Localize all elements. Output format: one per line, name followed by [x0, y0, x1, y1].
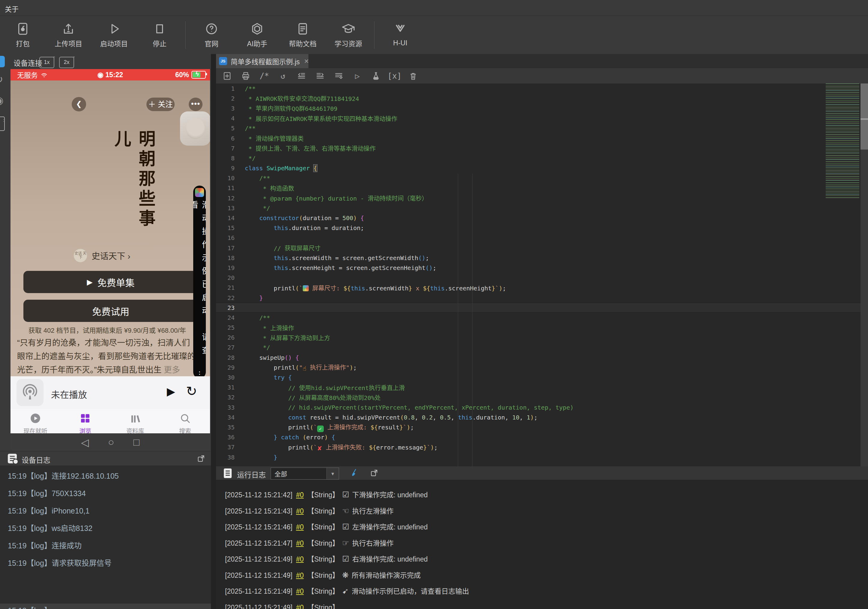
- toolbar-button-help-circle[interactable]: 官网: [189, 22, 234, 48]
- log-thread-index[interactable]: #0: [296, 523, 304, 531]
- editor-tool-test-flask-icon[interactable]: [369, 70, 383, 82]
- popout-icon[interactable]: [370, 468, 379, 477]
- log-thread-index[interactable]: #0: [296, 491, 304, 499]
- code-line[interactable]: 19 this.screenHeight = screen.getScreenH…: [216, 263, 868, 273]
- more-link[interactable]: 更多: [164, 365, 180, 374]
- record-icon[interactable]: ◉: [0, 94, 4, 106]
- code-line[interactable]: 33 // hid.swipVPercent(startYPercent, en…: [216, 402, 868, 412]
- editor-tab-active[interactable]: JS 简单多线程截图示例.js ✕: [216, 54, 308, 68]
- code-line[interactable]: 1/**: [216, 84, 868, 93]
- code-line[interactable]: 4 * 展示如何在AIWROK苹果系统中实现四种基本滑动操作: [216, 113, 868, 123]
- code-line[interactable]: 7 * 提供上滑、下滑、左滑、右滑等基本滑动操作: [216, 143, 868, 153]
- code-line[interactable]: 31 // 使用hid.swipVPercent执行垂直上滑: [216, 382, 868, 393]
- toolbar-button-document[interactable]: 帮助文档: [280, 22, 326, 48]
- nav-recents-icon[interactable]: □: [133, 437, 140, 448]
- tab-close-icon[interactable]: ✕: [304, 57, 309, 65]
- run-log-list[interactable]: [2025-11-12 15:21:42]#0【String】☑下滑操作完成: …: [216, 480, 868, 609]
- menu-item-about[interactable]: 关于: [5, 4, 19, 14]
- code-area[interactable]: 1/**2 * AIWROK软件安卓交流QQ群7118419243 * 苹果内测…: [216, 84, 868, 466]
- phone-mirror[interactable]: 无服务 ◉ 15:22 60% ϟ ❮ ＋ 关注 ••• 明朝那些事儿 史话 天…: [11, 69, 210, 451]
- phone-tab-grid[interactable]: 浏览: [60, 409, 110, 433]
- code-line[interactable]: 29 printl("☝ 执行上滑操作");: [216, 362, 868, 372]
- code-line[interactable]: 9class SwipeManager {: [216, 163, 868, 173]
- free-trial-button[interactable]: 免费试用: [23, 300, 198, 322]
- nav-home-icon[interactable]: ○: [108, 437, 114, 448]
- device-log-list[interactable]: 15:19【log】连接192.168.10.10515:19【log】750X…: [0, 466, 211, 604]
- code-line[interactable]: 22 }: [216, 293, 868, 303]
- scrollbar-thumb[interactable]: [860, 84, 868, 149]
- code-line[interactable]: 20: [216, 273, 868, 283]
- toolbar-button-package[interactable]: 打包: [0, 22, 46, 48]
- code-line[interactable]: 25 * 上滑操作: [216, 323, 868, 333]
- code-line[interactable]: 27 */: [216, 343, 868, 353]
- editor-tool-outdent-icon[interactable]: [294, 70, 308, 82]
- editor-tool-indent-icon[interactable]: [313, 70, 327, 82]
- toolbar-button-openai[interactable]: AI助手: [234, 22, 280, 48]
- log-thread-index[interactable]: #0: [296, 539, 304, 547]
- log-thread-index[interactable]: #0: [296, 604, 304, 609]
- panel-divider[interactable]: [211, 54, 216, 609]
- log-filter-dropdown[interactable]: 全部 ▼: [271, 468, 339, 480]
- code-line[interactable]: 15 this.duration = duration;: [216, 223, 868, 233]
- code-line[interactable]: 21 printl(` 屏幕尺寸: ${this.screenWidth} x …: [216, 283, 868, 293]
- code-line[interactable]: 2 * AIWROK软件安卓交流QQ群711841924: [216, 93, 868, 103]
- free-episode-button[interactable]: ▶ 免费单集: [23, 271, 198, 293]
- code-line[interactable]: 8 */: [216, 153, 868, 163]
- code-line[interactable]: 17 // 获取屏幕尺寸: [216, 243, 868, 253]
- editor-tool-variables-icon[interactable]: [x]: [388, 70, 401, 82]
- follow-button[interactable]: ＋ 关注: [146, 98, 175, 111]
- log-thread-index[interactable]: #0: [296, 587, 304, 595]
- channel-row[interactable]: 史话 天下 史话天下 ›: [11, 249, 194, 263]
- code-line[interactable]: 23: [216, 303, 868, 312]
- log-thread-index[interactable]: #0: [296, 555, 304, 563]
- nav-back-icon[interactable]: ◁: [81, 437, 89, 448]
- code-line[interactable]: 6 * 滑动操作管理器类: [216, 133, 868, 143]
- player-play-button[interactable]: ▶: [167, 385, 175, 398]
- code-line[interactable]: 35 printl(`✓ 上滑操作完成: ${result}`);: [216, 422, 868, 432]
- code-line[interactable]: 37 printl(`✘ 上滑操作失败: ${error.message}`);: [216, 442, 868, 452]
- code-line[interactable]: 5/**: [216, 123, 868, 133]
- more-button[interactable]: •••: [189, 98, 203, 111]
- editor-scrollbar[interactable]: [860, 84, 868, 466]
- code-line[interactable]: 36 } catch (error) {: [216, 432, 868, 442]
- channel-link[interactable]: 史话天下 ›: [91, 250, 130, 261]
- editor-tool-run-icon[interactable]: ▷: [350, 70, 364, 82]
- toolbar-button-stop[interactable]: 停止: [137, 22, 183, 48]
- editor-tool-print-icon[interactable]: [239, 70, 253, 82]
- code-line[interactable]: 11 * 构造函数: [216, 183, 868, 193]
- toolbar-button-graduation-cap[interactable]: 学习资源: [326, 22, 371, 48]
- code-line[interactable]: 28 swipeUp() {: [216, 353, 868, 362]
- editor-tool-new-file-icon[interactable]: [220, 70, 234, 82]
- code-line[interactable]: 16: [216, 233, 868, 243]
- code-line[interactable]: 14 constructor(duration = 500) {: [216, 213, 868, 223]
- toolbar-button-upload[interactable]: 上传项目: [46, 22, 91, 48]
- code-line[interactable]: 18 this.screenWidth = screen.getScreenWi…: [216, 253, 868, 263]
- mirror-scale-2x-button[interactable]: 2x: [59, 57, 74, 68]
- dropdown-arrow-icon[interactable]: ▼: [326, 468, 339, 479]
- code-line[interactable]: 24 /**: [216, 312, 868, 323]
- mirror-scale-1x-button[interactable]: 1x: [39, 57, 54, 68]
- code-line[interactable]: 3 * 苹果内测软件QQ群648461709: [216, 103, 868, 113]
- code-line[interactable]: 26 * 从屏幕下方滑动到上方: [216, 333, 868, 343]
- phone-tab-play-circle[interactable]: 现在就听: [11, 409, 60, 433]
- popout-icon[interactable]: [197, 454, 206, 463]
- editor-tool-clear-icon[interactable]: [406, 70, 420, 82]
- code-line[interactable]: 32 // 从屏幕高度80%处滑动到20%处: [216, 393, 868, 402]
- editor-tool-undo-icon[interactable]: ↺: [276, 70, 290, 82]
- refresh-icon[interactable]: ↻: [0, 73, 3, 85]
- log-thread-index[interactable]: #0: [296, 507, 304, 515]
- toolbar-button-play[interactable]: 启动项目: [91, 22, 137, 48]
- minimap[interactable]: [826, 84, 859, 199]
- toolbar-button-hui[interactable]: H-UI: [377, 23, 423, 47]
- code-line[interactable]: 30 try {: [216, 372, 868, 382]
- code-line[interactable]: 10 /**: [216, 173, 868, 183]
- code-line[interactable]: 12 * @param {number} duration - 滑动持续时间（毫…: [216, 193, 868, 203]
- phone-tab-library[interactable]: 资料库: [110, 409, 160, 433]
- editor-tool-block-comment-icon[interactable]: /*: [257, 70, 271, 82]
- phone-tab-search[interactable]: 搜索: [160, 409, 210, 433]
- log-thread-index[interactable]: #0: [296, 572, 304, 579]
- editor-tool-format-code-icon[interactable]: [332, 70, 346, 82]
- port-icon[interactable]: :: [0, 117, 5, 131]
- clear-log-icon[interactable]: [349, 468, 359, 478]
- back-button[interactable]: ❮: [72, 97, 86, 112]
